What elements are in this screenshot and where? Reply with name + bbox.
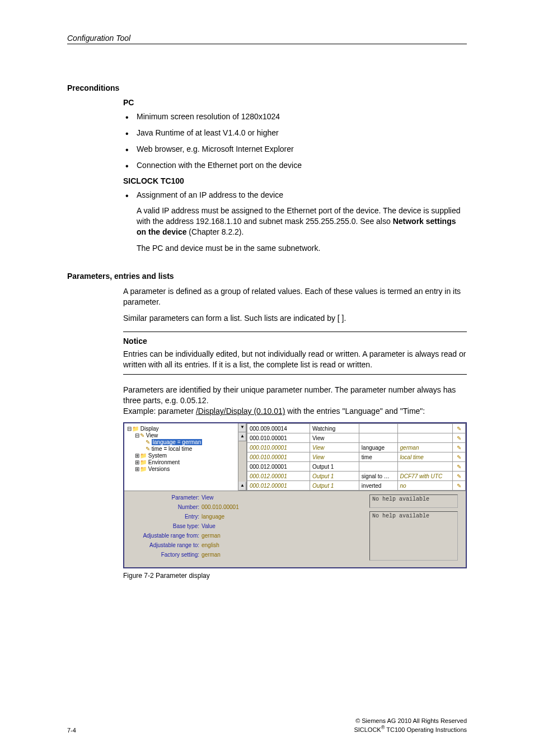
tc-bullet: Assignment of an IP address to the devic… [123,190,467,200]
tree-node[interactable]: Environment [148,459,180,465]
notice-block: Notice Entries can be individually edite… [123,332,467,375]
pencil-icon: ✎ [457,454,461,460]
table-row[interactable]: 000.009.00014Watching✎ [247,424,466,433]
help-box: No help available [369,511,458,561]
tree-node[interactable]: View [146,432,158,438]
page-number: 7-4 [67,727,76,734]
pc-bullet: Minimum screen resolution of 1280x1024 [123,111,467,122]
tc-para-2: The PC and device must be in the same su… [137,243,467,254]
param-para-2: Similar parameters can form a list. Such… [123,313,467,324]
tree-panel[interactable]: ⊟📁 Display ⊟✎ View ✎ language = german ✎… [124,423,238,491]
notice-body: Entries can be individually edited, but … [123,349,467,370]
scroll-up-icon[interactable]: ▲ [238,482,246,491]
copyright: © Siemens AG 2010 All Rights Reserved [354,717,467,725]
tree-node[interactable]: Versions [148,466,170,472]
subhead-siclock: SICLOCK TC100 [123,176,467,185]
pencil-icon: ✎ [457,473,461,479]
pencil-icon: ✎ [146,446,150,452]
tree-node-selected[interactable]: language = german [152,439,202,445]
pencil-icon: ✎ [457,426,461,432]
running-header: Configuration Tool [67,34,467,43]
tree-node[interactable]: time = local time [152,446,193,452]
table-row[interactable]: 000.012.00001Output 1invertedno✎ [247,481,466,491]
pencil-icon: ✎ [457,435,461,441]
notice-heading: Notice [123,337,467,346]
parameter-display-screenshot: ⊟📁 Display ⊟✎ View ✎ language = german ✎… [123,422,467,568]
pencil-icon: ✎ [457,464,461,470]
scroll-down-icon[interactable]: ▼ [238,423,246,432]
page-footer: 7-4 © Siemens AG 2010 All Rights Reserve… [67,717,467,734]
pc-bullet: Connection with the Ethernet port on the… [123,160,467,171]
table-row[interactable]: 000.010.00001Viewlanguagegerman✎ [247,443,466,452]
table-row[interactable]: 000.012.00001Output 1signal to …DCF77 wi… [247,472,466,481]
pc-bullet-list: Minimum screen resolution of 1280x1024 J… [123,111,467,171]
tc-para-1: A valid IP address must be assigned to t… [137,206,467,237]
table-row[interactable]: 000.010.00001Viewtimelocal time✎ [247,452,466,462]
pencil-icon: ✎ [140,432,144,438]
table-row[interactable]: 000.012.00001Output 1✎ [247,462,466,472]
header-rule [67,44,467,44]
param-para-3b: Example: parameter /Display/Display (0.1… [123,406,467,417]
scrollbar[interactable]: ▼ ▲ ▲ [238,423,247,491]
pc-bullet: Java Runtime of at least V1.4.0 or highe… [123,128,467,138]
pencil-icon: ✎ [457,445,461,451]
tree-node[interactable]: System [148,452,167,459]
figure-caption: Figure 7-2 Parameter display [123,572,467,580]
heading-parameters: Parameters, entries and lists [67,272,467,281]
pc-bullet: Web browser, e.g. Microsoft Internet Exp… [123,144,467,155]
product-line: SICLOCK® TC100 Operating Instructions [354,725,467,734]
pencil-icon: ✎ [457,483,461,489]
table-row[interactable]: 000.010.00001View✎ [247,433,466,443]
tc-bullet-list: Assignment of an IP address to the devic… [123,190,467,200]
subhead-pc: PC [123,98,467,107]
pencil-icon: ✎ [146,439,150,445]
param-para-1: A parameter is defined as a group of rel… [123,286,467,307]
parameter-table[interactable]: 000.009.00014Watching✎000.010.00001View✎… [247,423,466,491]
heading-preconditions: Preconditions [67,83,467,92]
scroll-up-icon[interactable]: ▲ [238,432,246,441]
help-box: No help available [369,494,458,508]
tree-node[interactable]: Display [140,426,159,432]
param-para-3a: Parameters are identified by their uniqu… [123,385,467,406]
detail-panel: Parameter:View Number:000.010.00001 Entr… [128,494,366,564]
